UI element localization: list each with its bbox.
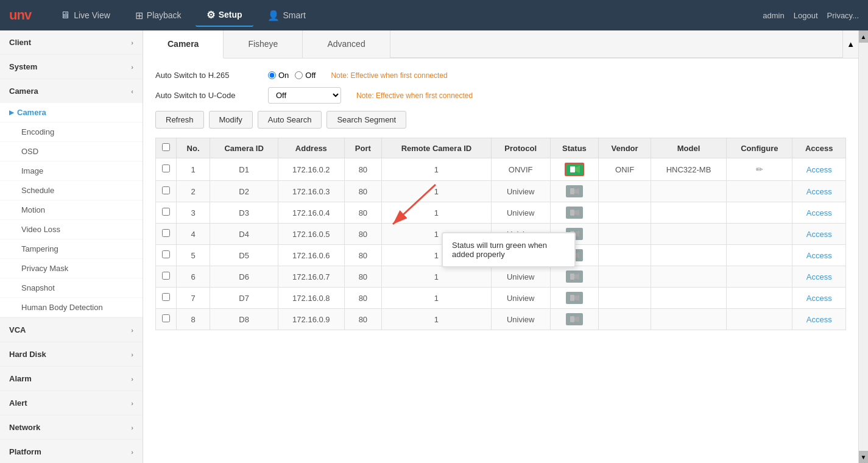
row-checkbox[interactable] — [162, 186, 170, 194]
h265-on-label[interactable]: On — [268, 71, 289, 80]
row-no: 7 — [177, 288, 210, 309]
row-protocol: Uniview — [491, 288, 550, 309]
row-access[interactable]: Access — [792, 181, 846, 202]
ucode-setting-row: Auto Switch to U-Code Off On Note: Effec… — [155, 87, 846, 104]
h265-on-radio[interactable] — [268, 71, 276, 79]
row-remotecamid: 1 — [382, 288, 491, 309]
sidebar-item-tampering[interactable]: Tampering — [0, 239, 143, 259]
tab-camera[interactable]: Camera — [143, 30, 224, 58]
svg-line-25 — [393, 185, 436, 224]
row-checkbox-cell — [156, 309, 177, 330]
row-checkbox-cell — [156, 288, 177, 309]
sidebar-item-snapshot[interactable]: Snapshot — [0, 278, 143, 298]
sidebar-client-label: Client — [9, 38, 31, 47]
svg-rect-22 — [570, 316, 574, 322]
app-logo: unv — [9, 7, 31, 23]
main-content: Camera Fisheye Advanced ▲ Auto Switch to… — [143, 30, 858, 463]
sidebar-section-system: System › — [0, 55, 143, 79]
row-model — [651, 309, 726, 330]
table-header-access: Access — [792, 138, 846, 158]
svg-rect-4 — [570, 188, 574, 194]
h265-label: Auto Switch to H.265 — [155, 71, 259, 80]
sidebar-videoloss-label: Video Loss — [21, 225, 60, 234]
nav-liveview[interactable]: 🖥 Live View — [49, 5, 121, 26]
row-cameraid: D6 — [210, 266, 278, 288]
sidebar-item-osd[interactable]: OSD — [0, 142, 143, 161]
sidebar-header-alert[interactable]: Alert › — [0, 391, 143, 415]
sidebar-header-client[interactable]: Client › — [0, 30, 143, 54]
sidebar-item-videoloss[interactable]: Video Loss — [0, 220, 143, 239]
nav-smart[interactable]: 👤 Smart — [256, 5, 317, 26]
h265-radio-group: On Off — [268, 71, 316, 80]
refresh-button[interactable]: Refresh — [155, 111, 204, 129]
row-port: 80 — [344, 309, 382, 330]
row-no: 3 — [177, 202, 210, 224]
logout-button[interactable]: Logout — [794, 11, 818, 20]
sidebar-item-encoding[interactable]: Encoding — [0, 122, 143, 142]
access-link: Access — [806, 315, 832, 324]
row-cameraid: D8 — [210, 309, 278, 330]
row-access[interactable]: Access — [792, 288, 846, 309]
row-checkbox[interactable] — [162, 164, 170, 172]
row-access[interactable]: Access — [792, 158, 846, 181]
row-checkbox[interactable] — [162, 293, 170, 301]
edit-icon[interactable]: ✏ — [756, 164, 763, 174]
row-checkbox[interactable] — [162, 229, 170, 237]
row-status — [550, 181, 599, 202]
tab-advanced[interactable]: Advanced — [303, 30, 390, 58]
sidebar-item-humanbody[interactable]: Human Body Detection — [0, 298, 143, 317]
row-remotecamid: 1 — [382, 266, 491, 288]
sidebar-item-schedule[interactable]: Schedule — [0, 181, 143, 200]
select-all-checkbox[interactable] — [162, 143, 170, 151]
sidebar-header-platform[interactable]: Platform › — [0, 440, 143, 463]
row-configure — [727, 181, 792, 202]
row-access[interactable]: Access — [792, 245, 846, 266]
sidebar-item-image[interactable]: Image — [0, 161, 143, 181]
row-checkbox[interactable] — [162, 314, 170, 322]
sidebar-header-camera[interactable]: Camera ‹ — [0, 79, 143, 103]
scroll-up-btn[interactable]: ▲ — [859, 30, 869, 43]
access-link: Access — [806, 251, 832, 260]
h265-off-radio[interactable] — [295, 71, 303, 79]
tab-fisheye[interactable]: Fisheye — [224, 30, 303, 58]
row-vendor — [599, 245, 651, 266]
nav-setup[interactable]: ⚙ Setup — [196, 4, 253, 27]
modify-button[interactable]: Modify — [209, 111, 253, 129]
sidebar-item-motion[interactable]: Motion — [0, 200, 143, 220]
row-access[interactable]: Access — [792, 224, 846, 245]
row-checkbox[interactable] — [162, 208, 170, 216]
sidebar-item-camera[interactable]: Camera — [0, 103, 143, 122]
sidebar-platform-label: Platform — [9, 447, 41, 456]
row-configure[interactable]: ✏ — [727, 158, 792, 181]
row-address: 172.16.0.6 — [278, 245, 344, 266]
h265-off-label[interactable]: Off — [295, 71, 316, 80]
row-access[interactable]: Access — [792, 202, 846, 224]
sidebar-network-label: Network — [9, 423, 40, 432]
scroll-up-button[interactable]: ▲ — [842, 30, 858, 58]
monitor-icon: 🖥 — [60, 10, 70, 21]
nav-smart-label: Smart — [283, 10, 306, 20]
row-vendor — [599, 202, 651, 224]
row-cameraid: D3 — [210, 202, 278, 224]
row-checkbox-cell — [156, 158, 177, 181]
sidebar-header-network[interactable]: Network › — [0, 415, 143, 439]
sidebar-header-system[interactable]: System › — [0, 55, 143, 79]
sidebar-header-harddisk[interactable]: Hard Disk › — [0, 342, 143, 366]
auto-search-button[interactable]: Auto Search — [258, 111, 322, 129]
sidebar-header-vca[interactable]: VCA › — [0, 318, 143, 342]
row-access[interactable]: Access — [792, 309, 846, 330]
row-checkbox[interactable] — [162, 250, 170, 258]
scroll-down-btn[interactable]: ▼ — [859, 451, 869, 463]
ucode-select[interactable]: Off On — [268, 87, 341, 104]
ucode-label: Auto Switch to U-Code — [155, 91, 259, 100]
row-checkbox-cell — [156, 202, 177, 224]
search-segment-button[interactable]: Search Segment — [326, 111, 406, 129]
sidebar-item-privacymask[interactable]: Privacy Mask — [0, 259, 143, 278]
row-checkbox[interactable] — [162, 272, 170, 280]
row-address: 172.16.0.2 — [278, 158, 344, 181]
table-header-port: Port — [344, 138, 382, 158]
row-access[interactable]: Access — [792, 266, 846, 288]
sidebar-header-alarm[interactable]: Alarm › — [0, 367, 143, 391]
privacy-button[interactable]: Privacy... — [827, 11, 859, 20]
nav-playback[interactable]: ⊞ Playback — [124, 5, 192, 26]
